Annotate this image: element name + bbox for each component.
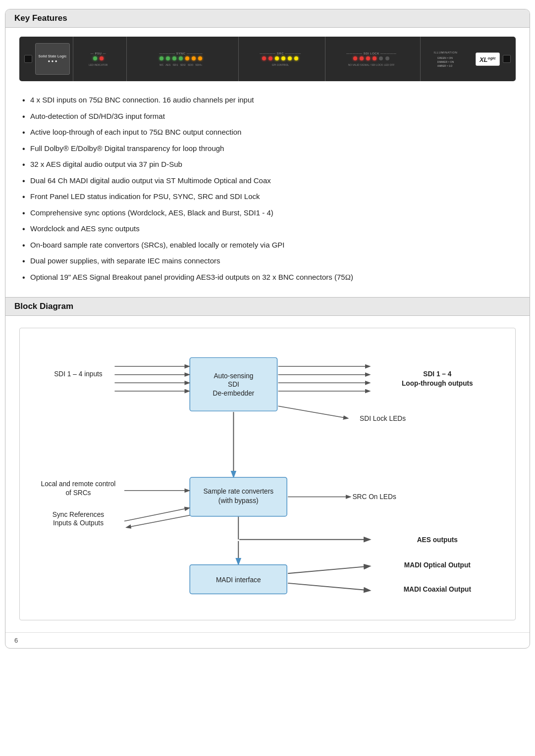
feature-item-6: Dual 64 Ch MADI digital audio output via… (19, 173, 516, 189)
xl-super: ogic (488, 55, 496, 60)
feature-item-7: Front Panel LED status indication for PS… (19, 189, 516, 205)
sync-led-3 (172, 56, 176, 60)
diagram-container: Auto-sensing SDI De-embedder SDI 1 – 4 i… (19, 328, 516, 620)
sync-led-6 (192, 56, 196, 60)
sdi-sub: NO VALID SIGNAL / SDI LOCK: LED OFF (348, 63, 395, 66)
sync-led-7 (198, 56, 202, 60)
sdi-lock-leds (353, 56, 389, 60)
sync-leds (160, 56, 202, 60)
sync-section: ————— SYNC ————— WC AES SDI1 SDI2 SDI3 S… (126, 37, 235, 81)
feature-item-12: Optional 19" AES Signal Breakout panel p… (19, 269, 516, 286)
sync-led-4 (179, 56, 183, 60)
psu-led-1 (93, 56, 97, 60)
xl-logo-text: XLogic (480, 56, 496, 63)
madi-coaxial-label: MADI Coaxial Output (404, 586, 472, 593)
src-on-leds-label: SRC On LEDs (352, 493, 396, 501)
sdi-lock-label: ————— SDI LOCK ————— (346, 52, 396, 55)
src-led-5 (288, 56, 292, 60)
illum-label: ILLUMINATION (434, 51, 458, 54)
block-diagram-header: Block Diagram (5, 298, 530, 316)
xl-logo-box: XLogic (476, 52, 500, 66)
sync-led-2 (166, 56, 170, 60)
illum-info-2: DIMMER = ON (437, 60, 454, 63)
svg-line-14 (124, 508, 189, 521)
svg-line-21 (288, 583, 370, 591)
svg-line-20 (288, 566, 370, 574)
sdi-lock-led-3 (366, 56, 370, 60)
sdi-lock-led-6 (385, 56, 389, 60)
de-embedder-line1: Auto-sensing (214, 372, 253, 380)
panel-square-right (503, 55, 511, 63)
src-led-2 (268, 56, 272, 60)
sdi-lock-led-2 (360, 56, 364, 60)
madi-interface-label: MADI interface (216, 576, 261, 584)
illumination-section: ILLUMINATION GREEN = ON DIMMER = ON AMBE… (420, 37, 471, 81)
sync-refs-line2: Inputs & Outputs (53, 519, 104, 527)
key-features-header: Key Features (5, 9, 530, 28)
src-led-1 (262, 56, 266, 60)
src-label: ————— SRC ————— (260, 52, 301, 55)
panel-square-left-top (24, 55, 32, 63)
block-diagram-svg: Auto-sensing SDI De-embedder SDI 1 – 4 i… (30, 343, 505, 605)
ssl-logo-text: Solid State Logic (39, 54, 67, 58)
key-features-title: Key Features (14, 13, 67, 23)
page-container: Key Features Solid State Logic ● ● ● — P… (5, 9, 530, 649)
feature-item-4: Full Dolby® E/Dolby® Digital transparenc… (19, 141, 516, 157)
feature-item-10: On-board sample rate convertors (SRCs), … (19, 237, 516, 253)
psu-section: — PSU — LED INDICATOR (73, 37, 123, 81)
src-box-line2: (with bypass) (218, 497, 259, 504)
sdi-outputs-line2: Loop-through outputs (402, 380, 473, 387)
sdi-outputs-line1: SDI 1 – 4 (423, 370, 452, 378)
feature-item-3: Active loop-through of each input to 75Ω… (19, 124, 516, 141)
ssl-brand-text: ● ● ● (48, 59, 57, 63)
local-remote-line1: Local and remote control (41, 480, 116, 488)
device-panel: Solid State Logic ● ● ● — PSU — LED INDI… (19, 37, 516, 81)
block-diagram-section: Block Diagram Auto-sensing SDI De-embedd… (5, 297, 530, 632)
illum-info-1: GREEN = ON (437, 56, 454, 59)
block-diagram-title: Block Diagram (14, 302, 73, 311)
feature-item-2: Auto-detection of SD/HD/3G input format (19, 108, 516, 125)
ssl-logo: Solid State Logic ● ● ● (35, 43, 70, 75)
sync-sub: WC AES SDI1 SDI2 SDI3 SDI4+ (160, 63, 202, 66)
psu-label: — PSU — (91, 52, 106, 55)
src-section: ————— SRC ————— GPI CONTROL (238, 37, 322, 81)
sync-label: ————— SYNC ————— (159, 52, 203, 55)
local-remote-line2: of SRCs (65, 489, 91, 497)
madi-optical-label: MADI Optical Output (404, 561, 471, 569)
sync-led-1 (160, 56, 163, 60)
psu-sub: LED INDICATOR (89, 63, 107, 66)
sync-led-5 (185, 56, 189, 60)
src-led-6 (294, 56, 298, 60)
sdi-lock-leds-label: SDI Lock LEDs (360, 415, 406, 422)
src-led-4 (281, 56, 285, 60)
aes-outputs-label: AES outputs (417, 536, 458, 544)
src-led-3 (275, 56, 279, 60)
feature-item-8: Comprehensive sync options (Wordclock, A… (19, 205, 516, 221)
sync-refs-line1: Sync References (53, 511, 104, 518)
sdi-lock-led-4 (373, 56, 376, 60)
sdi-lock-led-5 (379, 56, 383, 60)
svg-line-15 (127, 515, 190, 527)
sdi-lock-led-1 (353, 56, 357, 60)
src-leds (262, 56, 298, 60)
src-box-line1: Sample rate converters (203, 488, 273, 495)
feature-item-11: Dual power supplies, with separate IEC m… (19, 253, 516, 269)
feature-item-9: Wordclock and AES sync outputs (19, 221, 516, 237)
block-diagram-body: Auto-sensing SDI De-embedder SDI 1 – 4 i… (5, 316, 530, 632)
src-sub: GPI CONTROL (272, 63, 289, 66)
de-embedder-line2: SDI (228, 381, 239, 388)
sdi-lock-section: ————— SDI LOCK ————— NO VALID SIGNAL / S… (325, 37, 417, 81)
illum-info-3: AMBER = 1/2 (437, 64, 454, 67)
page-number: 6 (5, 632, 530, 648)
feature-item-5: 32 x AES digital audio output via 37 pin… (19, 156, 516, 173)
key-features-body: Solid State Logic ● ● ● — PSU — LED INDI… (5, 28, 530, 297)
psu-leds (93, 56, 104, 60)
de-embedder-line3: De-embedder (213, 390, 255, 397)
feature-item-1: 4 x SDI inputs on 75Ω BNC connection. 16… (19, 92, 516, 108)
device-panel-inner: Solid State Logic ● ● ● — PSU — LED INDI… (24, 37, 511, 81)
sdi-inputs-label: SDI 1 – 4 inputs (54, 370, 103, 378)
svg-line-9 (278, 406, 348, 418)
illum-info: GREEN = ON DIMMER = ON AMBER = 1/2 (437, 56, 454, 67)
psu-led-2 (100, 56, 104, 60)
features-list: 4 x SDI inputs on 75Ω BNC connection. 16… (19, 92, 516, 285)
